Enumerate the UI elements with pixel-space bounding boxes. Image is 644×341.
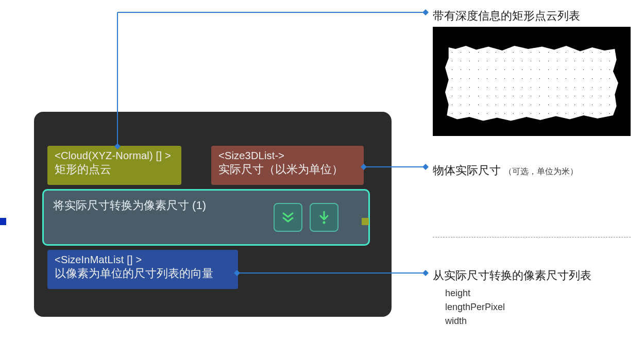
annotation-actual-size-label: 物体实际尺寸: [433, 164, 501, 177]
node-center[interactable]: 将实际尺寸转换为像素尺寸 (1): [42, 189, 370, 246]
node-center-icons: [274, 203, 338, 232]
output-port-sizeinmat[interactable]: <SizeInMatList [] > 以像素为单位的尺寸列表的向量: [47, 250, 238, 289]
separator-line: [433, 237, 631, 237]
port-desc-sizeinmat: 以像素为单位的尺寸列表的向量: [47, 266, 238, 285]
annotation-pointcloud-label: 带有深度信息的矩形点云列表: [433, 9, 580, 22]
field-lengthPerPixel: lengthPerPixel: [445, 302, 505, 312]
node-center-title: 将实际尺寸转换为像素尺寸 (1): [53, 198, 206, 213]
annotation-pixel-size: 从实际尺寸转换的像素尺寸列表 height lengthPerPixel wid…: [433, 268, 591, 328]
field-height: height: [445, 288, 470, 298]
connector-input-pin[interactable]: [0, 218, 6, 225]
pointcloud-image: [433, 27, 631, 136]
annotation-actual-size: 物体实际尺寸 （可选，单位为米）: [433, 163, 578, 178]
annotation-pointcloud: 带有深度信息的矩形点云列表: [433, 8, 580, 24]
svg-marker-3: [422, 9, 429, 15]
pointcloud-speckle: [445, 44, 618, 122]
svg-marker-5: [422, 164, 429, 170]
svg-marker-7: [422, 270, 429, 276]
annotation-actual-size-sub: （可选，单位为米）: [504, 167, 578, 176]
connector-output-pin[interactable]: [362, 218, 369, 225]
input-port-cloud[interactable]: <Cloud(XYZ-Normal) [] > 矩形的点云: [47, 146, 181, 185]
port-type-cloud: <Cloud(XYZ-Normal) [] >: [47, 146, 181, 162]
port-desc-size3d: 实际尺寸（以米为单位）: [211, 162, 364, 181]
download-icon[interactable]: [310, 203, 338, 232]
input-port-size3d[interactable]: <Size3DList-> 实际尺寸（以米为单位）: [211, 146, 364, 185]
svg-point-1: [323, 221, 326, 224]
port-desc-cloud: 矩形的点云: [47, 162, 181, 181]
port-type-size3d: <Size3DList->: [211, 146, 364, 162]
port-type-sizeinmat: <SizeInMatList [] >: [47, 250, 238, 266]
expand-down-icon[interactable]: [274, 203, 302, 232]
annotation-pixel-size-label: 从实际尺寸转换的像素尺寸列表: [433, 269, 591, 282]
node-panel: <Cloud(XYZ-Normal) [] > 矩形的点云 <Size3DLis…: [34, 112, 392, 317]
field-width: width: [445, 316, 467, 326]
